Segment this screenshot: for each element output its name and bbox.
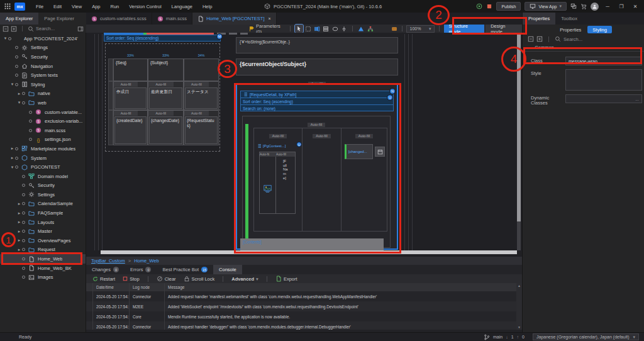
listview-sort-bar[interactable]: Sort order: Seq (descending) M — [104, 35, 221, 42]
anchor-tool-button[interactable] — [340, 25, 348, 33]
menu-language[interactable]: Language — [167, 3, 197, 11]
stop-app-button[interactable] — [486, 3, 492, 9]
zoom-select[interactable]: 100%▾ — [406, 25, 434, 33]
chevron-icon[interactable]: ▸ — [16, 220, 22, 225]
page-editor-canvas[interactable]: Sort order: Seq (descending) M 33% 33% 3… — [86, 33, 522, 257]
sidebar-item-settings[interactable]: Settings — [0, 190, 86, 199]
sidebar-search-input[interactable]: Search... — [36, 26, 75, 31]
class-input[interactable]: message-wrap — [565, 57, 642, 65]
warnings-button[interactable] — [357, 25, 365, 33]
log-row[interactable]: 2024-05-20 17:54:10.749CoreMendix Runtim… — [86, 311, 516, 321]
properties-segment-button[interactable]: Properties — [555, 26, 586, 33]
device-preview-icon[interactable] — [391, 26, 397, 32]
sidebar-item-settings-json[interactable]: {}settings.json — [0, 135, 86, 145]
chevron-icon[interactable]: ▾ — [9, 82, 15, 87]
attribute-widget[interactable]: {changedDate} — [149, 116, 182, 144]
table-cell-empty[interactable] — [184, 59, 219, 81]
col-lognode[interactable]: Log node — [130, 283, 165, 291]
image-placeholder-icon[interactable] — [264, 163, 272, 213]
canvas-horizontal-scrollbar[interactable] — [101, 250, 517, 254]
sidebar-item-security[interactable]: Security — [0, 52, 86, 62]
tab-properties[interactable]: Properties — [523, 13, 555, 25]
chevron-icon[interactable]: ▸ — [9, 155, 15, 160]
subject-text-widget[interactable]: {$currentObject/Subject} — [236, 59, 398, 75]
expand-sections-icon[interactable] — [536, 36, 543, 42]
text-widget-jp[interactable]: 作成日 — [114, 87, 147, 109]
menu-app[interactable]: App — [87, 3, 104, 11]
contents-placeholder[interactable]: [Contents] — [240, 238, 384, 252]
sidebar-item-overviewpages[interactable]: ▸OverviewPages — [0, 236, 86, 245]
breadcrumb-parent-link[interactable]: TopBar_Custom — [91, 258, 125, 264]
attribute-widget[interactable]: {RequestStatus} — [185, 116, 218, 144]
sidebar-item-web[interactable]: ▾web — [0, 98, 86, 108]
doc-tab-main-scss[interactable]: S main.scss — [152, 13, 192, 25]
sidebar-item-system[interactable]: ▸System — [0, 154, 86, 163]
structure-mode-button[interactable]: Structure mode — [444, 25, 485, 33]
collab-icon[interactable] — [570, 3, 577, 9]
branch-name[interactable]: main — [493, 335, 502, 339]
run-app-button[interactable] — [476, 3, 482, 9]
chevron-icon[interactable]: ▸ — [16, 238, 22, 243]
sidebar-item-faqsample[interactable]: ▸FAQSample — [0, 208, 86, 218]
text-widget-jp[interactable]: 最終更新日 — [149, 87, 182, 109]
menu-file[interactable]: File — [31, 3, 48, 11]
table-cell[interactable]: Auto-fill ステータス — [184, 81, 219, 110]
inner-column-2[interactable]: Auto-fill — [303, 128, 341, 231]
collapse-sections-icon[interactable] — [528, 36, 534, 42]
table-cell-subject[interactable]: {Subject} — [148, 59, 184, 81]
log-row[interactable]: 2024-05-20 17:54:11.335ConnectorAdded re… — [86, 321, 516, 330]
table-cell[interactable]: Auto-fill {changedDate} — [148, 110, 184, 145]
dynamic-classes-input[interactable]: ... — [565, 94, 642, 103]
chevron-icon[interactable]: ▾ — [16, 100, 22, 105]
minimize-button[interactable]: ─ — [602, 4, 613, 9]
sidebar-item-layouts[interactable]: ▸Layouts — [0, 218, 86, 227]
sidebar-item-main-scss[interactable]: Smain.scss — [0, 126, 86, 135]
store-icon[interactable] — [580, 3, 587, 9]
style-input[interactable] — [565, 69, 642, 91]
oval-tool-button[interactable] — [331, 25, 339, 33]
sidebar-item-native[interactable]: ▸native — [0, 89, 86, 99]
chevron-icon[interactable]: ▸ — [16, 201, 22, 206]
sidebar-item-security[interactable]: Security — [0, 181, 86, 191]
sidebar-item-app-pgcontest-2024[interactable]: ▾App 'PGCONTEST_2024' — [0, 34, 86, 43]
sidebar-item-master[interactable]: ▸Master — [0, 226, 86, 236]
publish-button[interactable]: Publish — [496, 2, 521, 11]
outgoing-count[interactable]: 0 — [522, 335, 525, 339]
collapse-all-icon[interactable] — [3, 26, 9, 32]
sidebar-item-home-web-bk[interactable]: Home_Web_BK — [0, 264, 86, 273]
locale-select[interactable]: Japanese (Gregorian calendar), Japan (de… — [533, 333, 639, 340]
tab-best-practice-bot[interactable]: Best Practice Bot15 — [157, 265, 213, 274]
menu-help[interactable]: Help — [198, 3, 216, 11]
marquee-tool-button[interactable] — [304, 25, 312, 33]
tab-errors[interactable]: Errors0 — [125, 265, 157, 274]
nested-table[interactable]: Auto-fit Auto-fill [FullName] — [259, 152, 296, 214]
chevron-icon[interactable]: ▸ — [9, 146, 15, 151]
col-message[interactable]: Message — [165, 283, 516, 291]
maximize-button[interactable]: ❐ — [616, 4, 626, 9]
locate-icon[interactable] — [11, 26, 17, 32]
design-mode-button[interactable]: Design mode — [486, 25, 522, 33]
restart-button[interactable]: Restart — [90, 276, 118, 282]
canvas-vertical-scrollbar[interactable] — [517, 33, 521, 250]
scroll-lock-button[interactable]: Scroll Lock — [181, 276, 218, 282]
tab-app-explorer[interactable]: App Explorer — [0, 13, 38, 25]
date-picker-widget[interactable]: [changed... — [345, 144, 373, 159]
log-row[interactable]: 2024-05-20 17:54:10.648ConnectorAdded re… — [86, 291, 516, 301]
close-tab-icon[interactable]: × — [269, 16, 271, 21]
sidebar-item-domain-model[interactable]: Domain model — [0, 172, 86, 181]
chevron-icon[interactable]: ▸ — [16, 229, 22, 234]
user-avatar[interactable] — [591, 3, 599, 11]
table-widget[interactable]: 33% 33% 34% {Seq} {Subject} Auto-fill 作成… — [105, 43, 220, 152]
close-button[interactable]: ✕ — [630, 4, 640, 9]
chevron-icon[interactable]: ▸ — [16, 211, 22, 216]
breadcrumb-current[interactable]: Home_Web — [134, 258, 158, 264]
menu-view[interactable]: View — [67, 3, 86, 11]
tab-page-explorer[interactable]: Page Explorer — [38, 13, 80, 25]
table-cell[interactable]: Auto-fill {createdDate} — [113, 110, 148, 145]
inner-column-3[interactable]: Auto-fill [changed... — [341, 128, 387, 231]
fullname-attribute[interactable]: [FullName] — [283, 157, 288, 213]
panel-toggle-icon[interactable] — [77, 26, 84, 32]
sidebar-item-system-texts[interactable]: System texts — [0, 70, 86, 80]
sidebar-item-pgcontest[interactable]: ▾PGCONTEST — [0, 162, 86, 172]
log-row[interactable]: 2024-05-20 17:54:10.709M2EEAdded 'WebSoc… — [86, 301, 516, 311]
